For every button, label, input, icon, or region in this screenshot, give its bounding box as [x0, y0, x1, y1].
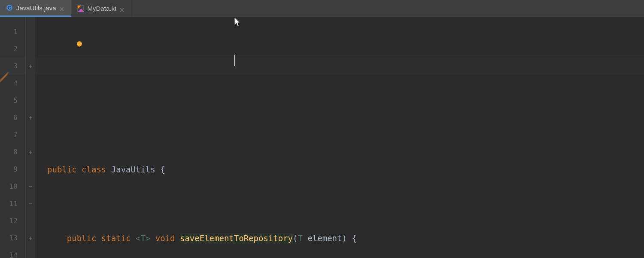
line-number: 9: [0, 161, 25, 178]
line-number: 8: [0, 144, 25, 161]
line-number: 7: [0, 126, 25, 144]
line-number: 14: [0, 247, 25, 258]
kotlin-file-icon: [77, 5, 84, 12]
code-line: [47, 92, 644, 109]
java-class-icon: C: [6, 4, 13, 11]
close-icon[interactable]: [60, 5, 65, 10]
tab-java-utils[interactable]: C JavaUtils.java: [0, 0, 71, 17]
line-number: 11: [0, 195, 25, 212]
fold-end-icon[interactable]: [26, 178, 35, 195]
fold-gutter: [26, 17, 35, 258]
fold-toggle-icon[interactable]: [26, 109, 35, 126]
tab-bar: C JavaUtils.java MyData.kt: [0, 0, 644, 17]
tab-mydata-kt[interactable]: MyData.kt: [71, 0, 132, 17]
tab-label: MyData.kt: [88, 5, 117, 12]
close-icon[interactable]: [120, 6, 125, 11]
fold-toggle-icon[interactable]: [26, 58, 35, 75]
line-number: 2: [0, 40, 25, 58]
line-number: 6: [0, 109, 25, 126]
code-line: public static <T> void saveElementToRepo…: [47, 230, 644, 247]
code-editor[interactable]: 1 2 3 4 5 6 7 8 9 10 11 12 13 14: [0, 17, 644, 258]
fold-end-icon[interactable]: [26, 195, 35, 212]
line-number: 10: [0, 178, 25, 195]
text-caret: [234, 55, 235, 66]
tab-label: JavaUtils.java: [16, 4, 56, 12]
line-number: 13: [0, 230, 25, 247]
code-content[interactable]: public class JavaUtils { public static <…: [35, 17, 644, 258]
fold-toggle-icon[interactable]: [26, 230, 35, 247]
svg-point-3: [77, 41, 82, 46]
code-line: public class JavaUtils {: [47, 161, 644, 178]
fold-toggle-icon[interactable]: [26, 144, 35, 161]
mouse-cursor-icon: [234, 16, 242, 29]
intention-bulb-icon[interactable]: [46, 19, 83, 71]
warning-marker-icon: [0, 71, 10, 83]
svg-rect-4: [79, 46, 80, 47]
line-number-gutter: 1 2 3 4 5 6 7 8 9 10 11 12 13 14: [0, 17, 26, 258]
line-number: 12: [0, 212, 25, 230]
line-number: 5: [0, 92, 25, 109]
line-number: 1: [0, 23, 25, 40]
svg-text:C: C: [8, 5, 11, 10]
